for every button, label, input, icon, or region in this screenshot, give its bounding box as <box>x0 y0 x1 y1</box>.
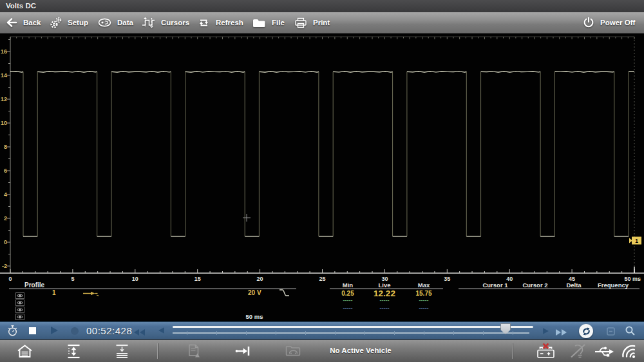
home-icon <box>17 344 33 359</box>
step-forward-button[interactable] <box>543 328 549 334</box>
data-label: Data <box>117 19 133 26</box>
zoom-out-button[interactable] <box>606 327 616 339</box>
refresh-icon <box>198 17 210 28</box>
sync-loop-button[interactable] <box>579 324 593 338</box>
power-off-label: Power Off <box>600 19 635 26</box>
y-axis-label: 0 <box>4 239 7 245</box>
timeline-tick <box>187 331 187 335</box>
profile-header: Profile <box>24 281 44 289</box>
fast-forward-button[interactable] <box>556 327 567 338</box>
record-button[interactable] <box>71 327 79 335</box>
x-axis-label: 30 <box>381 276 388 281</box>
wifi-icon <box>618 343 640 361</box>
min-header: Min <box>343 281 353 289</box>
rewind-icon <box>140 329 145 336</box>
cursors-icon <box>142 17 155 28</box>
stopwatch-icon <box>6 325 19 337</box>
data-button[interactable]: Data <box>98 12 133 33</box>
zoom-button[interactable] <box>625 325 636 339</box>
channel-number: 1 <box>52 289 56 296</box>
back-label: Back <box>23 19 41 26</box>
waveform-edges <box>23 71 629 236</box>
playback-timeline-track[interactable] <box>173 332 529 334</box>
refresh-label: Refresh <box>216 19 243 26</box>
connect-arrow-icon <box>234 344 252 358</box>
y-axis-label: 6 <box>4 167 7 174</box>
probe-icon[interactable] <box>82 289 100 300</box>
live-value-ch3: ----- <box>380 305 390 311</box>
lamp-disabled-icon <box>569 343 587 359</box>
x-axis-label: 15 <box>194 276 201 281</box>
print-button[interactable]: Print <box>294 12 330 33</box>
playback-progress-track[interactable] <box>173 326 533 328</box>
refresh-button[interactable]: Refresh <box>198 12 243 33</box>
fast-forward-icon <box>556 329 561 336</box>
x-axis-label: 50 ms <box>624 276 641 281</box>
x-axis-label: 10 <box>132 276 138 281</box>
stop-button[interactable] <box>29 327 36 334</box>
print-label: Print <box>313 19 330 26</box>
y-axis-label: -2 <box>2 263 7 269</box>
play-button[interactable] <box>51 327 58 334</box>
cursor2-header: Cursor 2 <box>522 281 547 289</box>
live-header: Live <box>378 281 390 289</box>
min-value-ch2: ----- <box>343 297 353 303</box>
main-toolbar: Back Setup Data Cursors Ref <box>0 12 644 33</box>
data-scope-icon <box>98 17 111 28</box>
home-button[interactable] <box>17 344 33 361</box>
scope-app: Volts DC Back Setup Data Cursors <box>0 0 644 362</box>
folder-icon <box>252 18 266 28</box>
sync-arrows-icon <box>582 327 591 336</box>
timebase-scale-button[interactable] <box>115 343 129 362</box>
y-axis-label: 2 <box>4 215 7 222</box>
timeline-tick <box>453 331 454 335</box>
waveform-trace <box>10 71 634 236</box>
min-value-ch1: 0.25 <box>341 290 354 297</box>
live-value-ch2: ----- <box>380 297 390 303</box>
y-axis-label: 14 <box>1 72 7 79</box>
battery-status-indicator[interactable] <box>536 343 556 362</box>
back-button[interactable]: Back <box>5 12 41 33</box>
vertical-scale-button[interactable] <box>66 343 81 362</box>
active-vehicle-status: No Active Vehicle <box>330 347 391 354</box>
cursors-divider <box>459 289 639 289</box>
wifi-status-indicator[interactable] <box>618 343 640 362</box>
connect-vehicle-button[interactable] <box>234 344 252 361</box>
max-header: Max <box>418 281 430 289</box>
x-axis-label: 0 <box>8 276 12 281</box>
timeline-tick <box>424 331 424 335</box>
rewind-button[interactable] <box>134 327 145 338</box>
x-axis-label: 35 <box>444 276 450 281</box>
timeline-tick <box>365 331 365 335</box>
file-button[interactable]: File <box>252 12 285 33</box>
usb-status-indicator[interactable] <box>594 344 614 361</box>
y-axis-label: 12 <box>1 96 7 102</box>
timeline-tick <box>216 331 217 335</box>
y-axis-label: 8 <box>4 144 7 150</box>
snapshot-button[interactable] <box>6 325 19 339</box>
trigger-slope-icon[interactable] <box>279 288 290 300</box>
lamp-status-indicator[interactable] <box>569 343 587 362</box>
vehicle-records-button[interactable] <box>285 345 301 359</box>
status-bar: No Active Vehicle <box>0 339 644 362</box>
channel-1-marker[interactable]: 1 <box>629 237 641 245</box>
vehicle-report-button[interactable] <box>187 343 203 362</box>
file-label: File <box>272 19 285 26</box>
page-title: Volts DC <box>6 2 36 10</box>
folder-car-icon <box>285 345 301 357</box>
document-warning-icon <box>187 343 203 359</box>
y-axis-label: 10 <box>1 120 7 126</box>
magnifier-icon <box>625 325 636 337</box>
waveform-plot: 1614121086420-205101520253035404550 ms1 <box>0 33 644 281</box>
timeline-tick <box>276 331 276 335</box>
timebase-value[interactable]: 50 ms <box>246 313 263 320</box>
cursors-button[interactable]: Cursors <box>142 12 189 33</box>
step-back-button[interactable] <box>158 327 164 334</box>
power-off-button[interactable]: Power Off <box>583 12 635 33</box>
channel-scale[interactable]: 20 V <box>248 289 261 296</box>
usb-icon <box>594 344 614 359</box>
toolbar-divider <box>157 343 158 359</box>
printer-icon <box>294 17 307 28</box>
timeline-tick <box>246 331 247 335</box>
setup-button[interactable]: Setup <box>50 12 88 33</box>
